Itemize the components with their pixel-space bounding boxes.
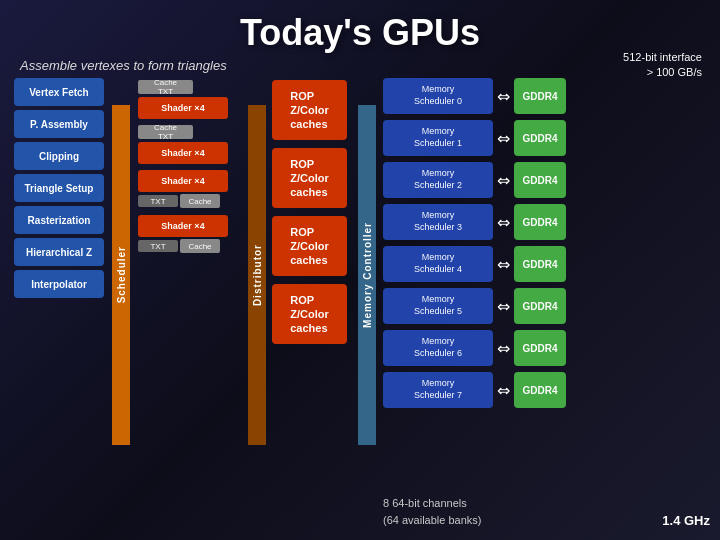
pipeline-stage-rasterization: Rasterization — [14, 206, 104, 234]
mem-sched-row-4: MemoryScheduler 4 ⇔ GDDR4 — [383, 246, 566, 282]
mem-sched-row-7: MemoryScheduler 7 ⇔ GDDR4 — [383, 372, 566, 408]
gddr4-box-7: GDDR4 — [514, 372, 566, 408]
pipeline-stage-p-assembly: P. Assembly — [14, 110, 104, 138]
rop-box-3: ROPZ/Colorcaches — [272, 284, 347, 344]
gddr4-box-4: GDDR4 — [514, 246, 566, 282]
pipeline-stage-interpolator: Interpolator — [14, 270, 104, 298]
subtitle: Assemble vertexes to form triangles — [20, 58, 227, 73]
mem-sched-row-5: MemoryScheduler 5 ⇔ GDDR4 — [383, 288, 566, 324]
cache-box-3b: Cache — [180, 239, 220, 253]
cache-box-0: CacheTXT — [138, 80, 193, 94]
pipeline-stage-triangle-setup: Triangle Setup — [14, 174, 104, 202]
arrow-6: ⇔ — [497, 339, 510, 358]
cache-box-2b: Cache — [180, 194, 220, 208]
mem-sched-box-1: MemoryScheduler 1 — [383, 120, 493, 156]
mem-sched-box-6: MemoryScheduler 6 — [383, 330, 493, 366]
mem-sched-row-6: MemoryScheduler 6 ⇔ GDDR4 — [383, 330, 566, 366]
mem-sched-box-2: MemoryScheduler 2 — [383, 162, 493, 198]
pipeline-stage-vertex-fetch: Vertex Fetch — [14, 78, 104, 106]
pipeline-stage-hierarchical-z: Hierarchical Z — [14, 238, 104, 266]
arrow-7: ⇔ — [497, 381, 510, 400]
rop-box-0: ROPZ/Colorcaches — [272, 80, 347, 140]
scheduler-label: Scheduler — [116, 246, 127, 303]
page-title: Today's GPUs — [0, 12, 720, 54]
arrow-4: ⇔ — [497, 255, 510, 274]
interface-label: 512-bit interface> 100 GB/s — [623, 50, 702, 81]
mem-sched-box-7: MemoryScheduler 7 — [383, 372, 493, 408]
mem-sched-box-0: MemoryScheduler 0 — [383, 78, 493, 114]
arrow-1: ⇔ — [497, 129, 510, 148]
mem-sched-box-3: MemoryScheduler 3 — [383, 204, 493, 240]
mem-sched-row-2: MemoryScheduler 2 ⇔ GDDR4 — [383, 162, 566, 198]
distributor-bar: Distributor — [248, 105, 266, 445]
mem-sched-row-3: MemoryScheduler 3 ⇔ GDDR4 — [383, 204, 566, 240]
gddr4-box-5: GDDR4 — [514, 288, 566, 324]
shader-box-3: Shader ×4 — [138, 215, 228, 237]
txt-box-3: TXT — [138, 240, 178, 252]
gddr4-box-3: GDDR4 — [514, 204, 566, 240]
gddr4-box-2: GDDR4 — [514, 162, 566, 198]
shader-box-2: Shader ×4 — [138, 170, 228, 192]
mem-sched-box-4: MemoryScheduler 4 — [383, 246, 493, 282]
frequency-label: 1.4 GHz — [662, 513, 710, 528]
memory-schedulers: MemoryScheduler 0 ⇔ GDDR4 MemorySchedule… — [383, 78, 566, 408]
gddr4-box-6: GDDR4 — [514, 330, 566, 366]
gddr4-box-0: GDDR4 — [514, 78, 566, 114]
scheduler-bar: Scheduler — [112, 105, 130, 445]
rop-box-1: ROPZ/Colorcaches — [272, 148, 347, 208]
shader-box-1: Shader ×4 — [138, 142, 228, 164]
mem-sched-row-1: MemoryScheduler 1 ⇔ GDDR4 — [383, 120, 566, 156]
gddr4-box-1: GDDR4 — [514, 120, 566, 156]
memory-controller-bar: Memory Controller — [358, 105, 376, 445]
arrow-0: ⇔ — [497, 87, 510, 106]
pipeline-stages: Vertex Fetch P. Assembly Clipping Triang… — [14, 78, 104, 298]
distributor-label: Distributor — [252, 244, 263, 306]
arrow-3: ⇔ — [497, 213, 510, 232]
mem-sched-row-0: MemoryScheduler 0 ⇔ GDDR4 — [383, 78, 566, 114]
bottom-info: 8 64-bit channels(64 available banks) — [383, 479, 481, 529]
arrow-5: ⇔ — [497, 297, 510, 316]
cache-box-1: CacheTXT — [138, 125, 193, 139]
shader-box-0: Shader ×4 — [138, 97, 228, 119]
arrow-2: ⇔ — [497, 171, 510, 190]
txt-box-2: TXT — [138, 195, 178, 207]
memory-controller-label: Memory Controller — [362, 222, 373, 328]
mem-sched-box-5: MemoryScheduler 5 — [383, 288, 493, 324]
rop-box-2: ROPZ/Colorcaches — [272, 216, 347, 276]
pipeline-stage-clipping: Clipping — [14, 142, 104, 170]
rop-groups: ROPZ/Colorcaches ROPZ/Colorcaches ROPZ/C… — [272, 80, 347, 352]
